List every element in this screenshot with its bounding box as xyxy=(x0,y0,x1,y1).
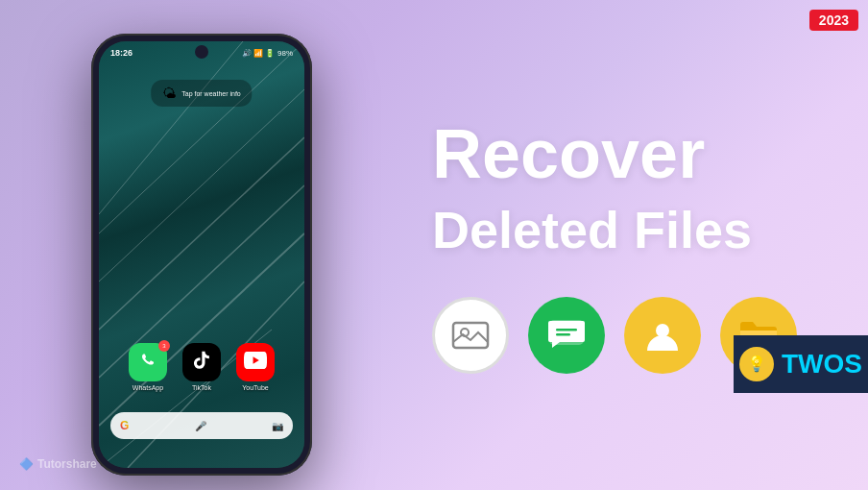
svg-rect-11 xyxy=(556,329,577,331)
headline-line2: Deleted Files xyxy=(432,202,839,258)
phone-device: 18:26 🔊 📶 🔋 98% 🌤 Tap for weather info xyxy=(91,34,312,476)
phone-notch xyxy=(195,45,208,59)
svg-rect-8 xyxy=(453,323,488,348)
svg-rect-12 xyxy=(556,333,570,336)
status-time: 18:26 xyxy=(110,48,133,58)
tiktok-label: TikTok xyxy=(192,384,211,391)
twos-text: TWOS xyxy=(782,349,862,380)
svg-line-1 xyxy=(99,89,304,282)
status-icons: 🔊 📶 🔋 98% xyxy=(242,49,293,58)
phone-search-bar[interactable]: G 🎤 📷 xyxy=(110,412,293,439)
feature-messages[interactable] xyxy=(528,297,605,374)
whatsapp-icon: 3 xyxy=(129,343,167,381)
svg-text:💡: 💡 xyxy=(747,355,766,373)
whatsapp-badge: 3 xyxy=(158,340,170,352)
svg-line-5 xyxy=(99,41,243,214)
weather-text: Tap for weather info xyxy=(181,90,240,97)
app-item-youtube[interactable]: YouTube xyxy=(236,343,275,391)
app-item-whatsapp[interactable]: 3 WhatsApp xyxy=(129,343,167,391)
svg-line-3 xyxy=(99,41,304,233)
app-row: 3 WhatsApp xyxy=(99,343,304,391)
year-badge: 2023 xyxy=(809,10,858,31)
year-text: 2023 xyxy=(819,12,849,28)
google-logo: G xyxy=(120,419,129,432)
headline-line1: Recover xyxy=(432,116,839,192)
youtube-label: YouTube xyxy=(242,384,269,391)
wallpaper: 18:26 🔊 📶 🔋 98% 🌤 Tap for weather info xyxy=(99,41,304,468)
watermark: 🔷 Tutorshare xyxy=(19,457,97,471)
app-item-tiktok[interactable]: TikTok xyxy=(182,343,221,391)
svg-point-13 xyxy=(656,324,669,337)
whatsapp-label: WhatsApp xyxy=(133,384,163,391)
phone-section: 18:26 🔊 📶 🔋 98% 🌤 Tap for weather info xyxy=(0,0,403,490)
camera-search-icon: 📷 xyxy=(272,421,283,431)
weather-widget: 🌤 Tap for weather info xyxy=(151,80,252,107)
mic-icon: 🎤 xyxy=(195,421,206,431)
watermark-icon: 🔷 xyxy=(19,457,34,471)
twos-logo: 💡 TWOS xyxy=(734,335,868,393)
svg-line-4 xyxy=(99,233,304,426)
right-section: Recover Deleted Files xyxy=(403,97,868,394)
twos-icon: 💡 xyxy=(739,347,774,381)
tiktok-icon xyxy=(182,343,221,381)
watermark-text: Tutorshare xyxy=(37,457,97,471)
phone-screen: 18:26 🔊 📶 🔋 98% 🌤 Tap for weather info xyxy=(99,41,304,468)
feature-photos[interactable] xyxy=(432,297,509,374)
feature-contacts[interactable] xyxy=(624,297,701,374)
youtube-icon xyxy=(236,343,275,381)
weather-icon: 🌤 xyxy=(162,86,176,101)
background: 2023 xyxy=(0,0,868,490)
svg-line-0 xyxy=(99,137,304,330)
